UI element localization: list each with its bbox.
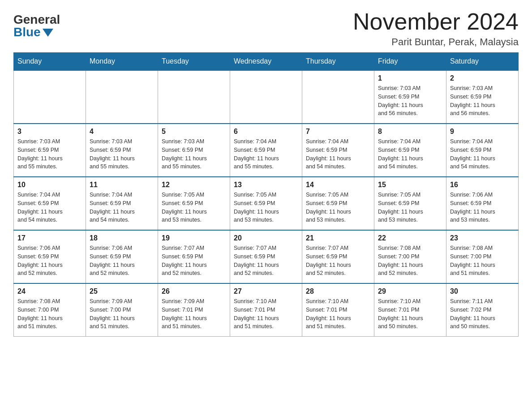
calendar-cell: 22Sunrise: 7:08 AMSunset: 7:00 PMDayligh…	[374, 230, 446, 283]
day-info: Sunrise: 7:11 AMSunset: 7:02 PMDaylight:…	[450, 297, 515, 331]
calendar-cell: 13Sunrise: 7:05 AMSunset: 6:59 PMDayligh…	[230, 177, 302, 230]
calendar-cell: 27Sunrise: 7:10 AMSunset: 7:01 PMDayligh…	[230, 283, 302, 337]
day-info: Sunrise: 7:08 AMSunset: 7:00 PMDaylight:…	[17, 297, 82, 331]
calendar-cell: 6Sunrise: 7:04 AMSunset: 6:59 PMDaylight…	[230, 124, 302, 177]
day-info: Sunrise: 7:06 AMSunset: 6:59 PMDaylight:…	[17, 244, 82, 278]
day-number: 30	[450, 287, 515, 295]
calendar-cell	[14, 70, 86, 124]
day-info: Sunrise: 7:05 AMSunset: 6:59 PMDaylight:…	[162, 191, 226, 224]
day-number: 11	[90, 181, 154, 189]
calendar-cell: 23Sunrise: 7:08 AMSunset: 7:00 PMDayligh…	[446, 230, 519, 283]
calendar-cell: 15Sunrise: 7:05 AMSunset: 6:59 PMDayligh…	[374, 177, 446, 230]
weekday-header-wednesday: Wednesday	[230, 53, 302, 71]
week-row-5: 24Sunrise: 7:08 AMSunset: 7:00 PMDayligh…	[14, 283, 519, 337]
day-info: Sunrise: 7:03 AMSunset: 6:59 PMDaylight:…	[378, 84, 442, 118]
day-number: 10	[17, 181, 82, 189]
day-info: Sunrise: 7:03 AMSunset: 6:59 PMDaylight:…	[90, 137, 154, 171]
calendar-cell: 21Sunrise: 7:07 AMSunset: 6:59 PMDayligh…	[302, 230, 374, 283]
day-number: 8	[378, 128, 442, 136]
weekday-header-thursday: Thursday	[302, 53, 374, 71]
day-info: Sunrise: 7:10 AMSunset: 7:01 PMDaylight:…	[234, 297, 298, 331]
day-info: Sunrise: 7:04 AMSunset: 6:59 PMDaylight:…	[306, 137, 370, 171]
day-number: 16	[450, 181, 515, 189]
calendar-cell: 16Sunrise: 7:06 AMSunset: 6:59 PMDayligh…	[446, 177, 519, 230]
header: General Blue November 2024 Parit Buntar,…	[13, 9, 519, 48]
calendar: SundayMondayTuesdayWednesdayThursdayFrid…	[13, 52, 519, 337]
logo-blue-text: Blue	[13, 26, 41, 39]
day-number: 21	[306, 234, 370, 242]
day-info: Sunrise: 7:05 AMSunset: 6:59 PMDaylight:…	[306, 191, 370, 224]
month-title: November 2024	[353, 9, 519, 34]
week-row-3: 10Sunrise: 7:04 AMSunset: 6:59 PMDayligh…	[14, 177, 519, 230]
day-number: 9	[450, 128, 515, 136]
calendar-cell	[302, 70, 374, 124]
calendar-cell: 14Sunrise: 7:05 AMSunset: 6:59 PMDayligh…	[302, 177, 374, 230]
calendar-cell: 2Sunrise: 7:03 AMSunset: 6:59 PMDaylight…	[446, 70, 519, 124]
day-info: Sunrise: 7:07 AMSunset: 6:59 PMDaylight:…	[306, 244, 370, 278]
day-info: Sunrise: 7:03 AMSunset: 6:59 PMDaylight:…	[17, 137, 82, 171]
day-number: 5	[162, 128, 226, 136]
calendar-cell: 11Sunrise: 7:04 AMSunset: 6:59 PMDayligh…	[86, 177, 158, 230]
week-row-1: 1Sunrise: 7:03 AMSunset: 6:59 PMDaylight…	[14, 70, 519, 124]
day-number: 28	[306, 287, 370, 295]
day-info: Sunrise: 7:04 AMSunset: 6:59 PMDaylight:…	[450, 137, 515, 171]
calendar-cell: 4Sunrise: 7:03 AMSunset: 6:59 PMDaylight…	[86, 124, 158, 177]
logo-arrow-icon	[43, 29, 53, 37]
day-info: Sunrise: 7:10 AMSunset: 7:01 PMDaylight:…	[306, 297, 370, 331]
day-number: 4	[90, 128, 154, 136]
calendar-cell: 7Sunrise: 7:04 AMSunset: 6:59 PMDaylight…	[302, 124, 374, 177]
calendar-cell: 24Sunrise: 7:08 AMSunset: 7:00 PMDayligh…	[14, 283, 86, 337]
calendar-cell: 26Sunrise: 7:09 AMSunset: 7:01 PMDayligh…	[158, 283, 230, 337]
day-info: Sunrise: 7:05 AMSunset: 6:59 PMDaylight:…	[234, 191, 298, 224]
day-number: 22	[378, 234, 442, 242]
day-number: 1	[378, 74, 442, 82]
day-info: Sunrise: 7:03 AMSunset: 6:59 PMDaylight:…	[450, 84, 515, 118]
day-info: Sunrise: 7:09 AMSunset: 7:00 PMDaylight:…	[90, 297, 154, 331]
weekday-header-saturday: Saturday	[446, 53, 519, 71]
logo: General Blue	[13, 9, 60, 39]
day-info: Sunrise: 7:07 AMSunset: 6:59 PMDaylight:…	[162, 244, 226, 278]
calendar-cell	[158, 70, 230, 124]
calendar-cell: 5Sunrise: 7:03 AMSunset: 6:59 PMDaylight…	[158, 124, 230, 177]
day-info: Sunrise: 7:04 AMSunset: 6:59 PMDaylight:…	[378, 137, 442, 171]
weekday-header-tuesday: Tuesday	[158, 53, 230, 71]
day-info: Sunrise: 7:06 AMSunset: 6:59 PMDaylight:…	[90, 244, 154, 278]
day-number: 26	[162, 287, 226, 295]
day-number: 7	[306, 128, 370, 136]
day-info: Sunrise: 7:07 AMSunset: 6:59 PMDaylight:…	[234, 244, 298, 278]
week-row-4: 17Sunrise: 7:06 AMSunset: 6:59 PMDayligh…	[14, 230, 519, 283]
logo-blue-row: Blue	[13, 26, 53, 39]
week-row-2: 3Sunrise: 7:03 AMSunset: 6:59 PMDaylight…	[14, 124, 519, 177]
day-number: 2	[450, 74, 515, 82]
day-number: 17	[17, 234, 82, 242]
calendar-cell: 10Sunrise: 7:04 AMSunset: 6:59 PMDayligh…	[14, 177, 86, 230]
day-info: Sunrise: 7:04 AMSunset: 6:59 PMDaylight:…	[234, 137, 298, 171]
day-number: 19	[162, 234, 226, 242]
day-number: 18	[90, 234, 154, 242]
weekday-header-friday: Friday	[374, 53, 446, 71]
day-number: 20	[234, 234, 298, 242]
calendar-cell: 28Sunrise: 7:10 AMSunset: 7:01 PMDayligh…	[302, 283, 374, 337]
calendar-cell: 17Sunrise: 7:06 AMSunset: 6:59 PMDayligh…	[14, 230, 86, 283]
calendar-cell: 1Sunrise: 7:03 AMSunset: 6:59 PMDaylight…	[374, 70, 446, 124]
calendar-cell: 19Sunrise: 7:07 AMSunset: 6:59 PMDayligh…	[158, 230, 230, 283]
calendar-cell: 30Sunrise: 7:11 AMSunset: 7:02 PMDayligh…	[446, 283, 519, 337]
day-info: Sunrise: 7:03 AMSunset: 6:59 PMDaylight:…	[162, 137, 226, 171]
weekday-header-monday: Monday	[86, 53, 158, 71]
day-info: Sunrise: 7:04 AMSunset: 6:59 PMDaylight:…	[17, 191, 82, 224]
day-number: 24	[17, 287, 82, 295]
weekday-header-row: SundayMondayTuesdayWednesdayThursdayFrid…	[14, 53, 519, 71]
day-number: 13	[234, 181, 298, 189]
weekday-header-sunday: Sunday	[14, 53, 86, 71]
logo-general-text: General	[13, 13, 60, 26]
day-number: 15	[378, 181, 442, 189]
day-number: 12	[162, 181, 226, 189]
calendar-cell: 20Sunrise: 7:07 AMSunset: 6:59 PMDayligh…	[230, 230, 302, 283]
calendar-cell: 9Sunrise: 7:04 AMSunset: 6:59 PMDaylight…	[446, 124, 519, 177]
calendar-cell: 18Sunrise: 7:06 AMSunset: 6:59 PMDayligh…	[86, 230, 158, 283]
day-number: 25	[90, 287, 154, 295]
calendar-cell	[230, 70, 302, 124]
title-section: November 2024 Parit Buntar, Perak, Malay…	[353, 9, 519, 48]
day-number: 6	[234, 128, 298, 136]
location: Parit Buntar, Perak, Malaysia	[353, 36, 519, 48]
